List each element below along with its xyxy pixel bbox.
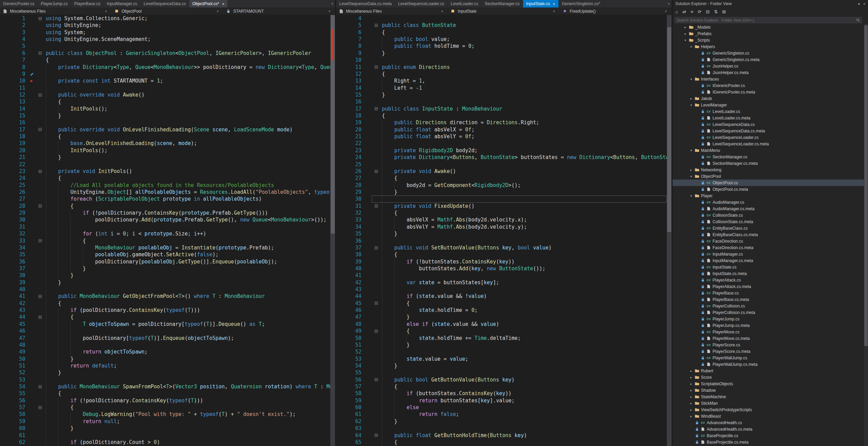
code-line[interactable]: 26 private void Awake() bbox=[336, 168, 667, 175]
code-line[interactable]: 56 if (!poolDictionary.ContainsKey(typeo… bbox=[0, 397, 330, 404]
scrollbar-left[interactable] bbox=[330, 15, 335, 446]
code-line[interactable]: 6public class ObjectPool : GenericSingle… bbox=[0, 50, 330, 57]
code-line[interactable]: 12 public override void Awake() bbox=[0, 91, 330, 98]
tree-file-jsonhelper-cs[interactable]: C#JsonHelper.cs bbox=[673, 63, 868, 69]
fold-collapse-toggle[interactable] bbox=[36, 126, 44, 133]
code-line[interactable]: 8 private Dictionary<Type, Queue<MonoBeh… bbox=[0, 64, 330, 71]
code-line[interactable]: 30 poolDictionary.Add(prototype.Prefab.G… bbox=[0, 216, 330, 223]
code-line[interactable]: 59 return buttonStates[key].value; bbox=[336, 397, 667, 404]
tree-file-entitybaseclass-cs-meta[interactable]: EntityBaseClass.cs.meta bbox=[673, 231, 868, 238]
chevron-down-icon[interactable]: ▾ bbox=[553, 10, 557, 13]
tree-folder-stickman[interactable]: ▸StickMan bbox=[673, 400, 868, 406]
code-line[interactable]: 38 } bbox=[0, 272, 330, 279]
code-line[interactable]: 58 Debug.LogWarning("Pool with type: " +… bbox=[0, 411, 330, 418]
code-line[interactable]: 15 } bbox=[0, 112, 330, 119]
code-line[interactable]: 45 { bbox=[336, 300, 667, 307]
tab-sectionmanager-cs[interactable]: SectionManager.cs bbox=[482, 0, 523, 8]
tree-file-playerjump-cs[interactable]: C#PlayerJump.cs bbox=[673, 316, 868, 322]
tree-folder-jakob[interactable]: ▸Jakob bbox=[673, 95, 868, 102]
code-line[interactable]: 52 } bbox=[0, 369, 330, 376]
code-line[interactable]: 3using System; bbox=[0, 29, 330, 36]
close-icon[interactable]: × bbox=[863, 2, 865, 6]
fold-collapse-toggle[interactable] bbox=[36, 404, 44, 411]
chevron-down-icon[interactable]: ▾ bbox=[690, 45, 694, 48]
code-line[interactable]: 55 { bbox=[0, 390, 330, 397]
code-line[interactable]: 33 { bbox=[0, 238, 330, 244]
chevron-down-icon[interactable]: ▾ bbox=[858, 2, 860, 6]
chevron-right-icon[interactable]: ▸ bbox=[690, 168, 694, 172]
code-line[interactable]: 23 private void InitPools() bbox=[0, 168, 330, 175]
code-line[interactable]: 35 } bbox=[336, 230, 667, 237]
code-line[interactable]: 25 bbox=[336, 161, 667, 168]
tree-file-playerjump-cs-meta[interactable]: PlayerJump.cs.meta bbox=[673, 322, 868, 329]
chevron-right-icon[interactable]: ▸ bbox=[685, 26, 689, 29]
code-line[interactable]: 29 if (!poolDictionary.ContainsKey(proto… bbox=[0, 210, 330, 216]
tree-file-playerwalljump-cs-meta[interactable]: PlayerWallJump.cs.meta bbox=[673, 361, 868, 368]
fold-collapse-toggle[interactable] bbox=[372, 328, 381, 334]
code-line[interactable]: 56 public bool GetButtonValue(Buttons ke… bbox=[336, 376, 667, 383]
tree-file-baseprojectile-cs-meta[interactable]: BaseProjectile.cs.meta bbox=[673, 439, 868, 445]
chevron-right-icon[interactable]: ▸ bbox=[690, 369, 694, 373]
search-input[interactable] bbox=[675, 17, 862, 23]
tree-folder-shadow[interactable]: ▸Shadow bbox=[673, 387, 868, 393]
tree-file-playermove-cs[interactable]: C#PlayerMove.cs bbox=[673, 329, 868, 335]
code-line[interactable]: 62 if (poolDictionary.Count > 0) bbox=[0, 439, 330, 446]
code-line[interactable]: 6{ bbox=[336, 29, 667, 36]
code-line[interactable]: 22 bbox=[0, 161, 330, 168]
chevron-down-icon[interactable]: ▾ bbox=[329, 10, 333, 13]
fold-collapse-toggle[interactable] bbox=[36, 314, 44, 320]
switch-view-icon[interactable]: ⇄ bbox=[683, 9, 686, 14]
fold-collapse-toggle[interactable] bbox=[372, 64, 381, 71]
chevron-right-icon[interactable]: ▸ bbox=[690, 97, 694, 100]
code-line[interactable]: 11 bbox=[0, 85, 330, 91]
tree-folder-mainmenu[interactable]: ▾MainMenu bbox=[673, 147, 868, 154]
tree-file-sectionmanager-cs-meta[interactable]: SectionManager.cs.meta bbox=[673, 160, 868, 167]
tab-levelsequencedata-cs[interactable]: LevelSequenceData.cs bbox=[141, 0, 189, 8]
tree-file-sectionmanager-cs[interactable]: C#SectionManager.cs bbox=[673, 154, 868, 160]
tab-levelsequenceloader-cs[interactable]: LevelSequenceLoader.cs bbox=[395, 0, 447, 8]
tree-file-entitybaseclass-cs[interactable]: C#EntityBaseClass.cs bbox=[673, 225, 868, 231]
tree-folder-windbeast[interactable]: ▸WindBeast bbox=[673, 413, 868, 419]
code-line[interactable]: 16 bbox=[336, 98, 667, 105]
fold-collapse-toggle[interactable] bbox=[36, 238, 44, 244]
code-line[interactable]: 48 else if (state.value && value) bbox=[336, 321, 667, 328]
code-editor-right[interactable]: 45public class ButtonState6{7 public boo… bbox=[336, 15, 672, 446]
chevron-right-icon[interactable]: ▸ bbox=[690, 415, 694, 418]
tree-file-levelsequencedata-cs-meta[interactable]: LevelSequenceData.cs.meta bbox=[673, 128, 868, 134]
code-line[interactable]: 28 { bbox=[0, 203, 330, 210]
tab-overflow-icon[interactable]: ▾ bbox=[668, 2, 670, 5]
chevron-down-icon[interactable]: ▾ bbox=[690, 194, 694, 198]
tree-file-playerbase-cs-meta[interactable]: PlayerBase.cs.meta bbox=[673, 296, 868, 303]
tree-file-genericsingleton-cs-meta[interactable]: GenericSingleton.cs.meta bbox=[673, 56, 868, 63]
code-line[interactable]: 62 } bbox=[336, 418, 667, 425]
code-line[interactable]: 44 if (state.value && !value) bbox=[336, 293, 667, 300]
close-icon[interactable]: × bbox=[553, 2, 555, 6]
tab-overflow-icon[interactable]: ▾ bbox=[331, 2, 333, 5]
code-line[interactable]: 47 } bbox=[336, 314, 667, 320]
code-line[interactable]: 32 for (int i = 0; i < prototype.Size; i… bbox=[0, 230, 330, 237]
code-line[interactable]: 13 Right = 1, bbox=[336, 77, 667, 84]
code-line[interactable]: 37 } bbox=[0, 265, 330, 272]
tree-file-levelloader-cs-meta[interactable]: LevelLoader.cs.meta bbox=[673, 115, 868, 121]
code-line[interactable]: 14 InitPools(); bbox=[0, 105, 330, 112]
chevron-down-icon[interactable]: ▾ bbox=[690, 103, 694, 107]
tree-file-genericsingleton-cs[interactable]: C#GenericSingleton.cs bbox=[673, 50, 868, 56]
code-line[interactable]: 41 bbox=[336, 272, 667, 279]
properties-icon[interactable]: ⊞ bbox=[722, 9, 726, 14]
code-line[interactable]: 27 foreach (ScriptablePoolObject prototy… bbox=[0, 196, 330, 202]
tree-file-levelloader-cs[interactable]: C#LevelLoader.cs bbox=[673, 108, 868, 115]
fold-collapse-toggle[interactable] bbox=[372, 168, 381, 175]
tree-file-playercollision-cs-meta[interactable]: PlayerCollision.cs.meta bbox=[673, 309, 868, 316]
code-line[interactable]: 35 poolableObj.gameObject.SetActive(fals… bbox=[0, 251, 330, 258]
tree-file-playermove-cs-meta[interactable]: PlayerMove.cs.meta bbox=[673, 335, 868, 342]
code-line[interactable]: 5public class ButtonState bbox=[336, 22, 667, 29]
code-line[interactable]: 1using System.Collections.Generic; bbox=[0, 15, 330, 22]
tree-file-playerattack-cs-meta[interactable]: PlayerAttack.cs.meta bbox=[673, 283, 868, 290]
code-line[interactable]: 2using UnityEngine; bbox=[0, 22, 330, 29]
code-line[interactable]: 14 Left = -1 bbox=[336, 85, 667, 91]
chevron-right-icon[interactable]: ▸ bbox=[690, 395, 694, 399]
code-line[interactable]: 9 bbox=[0, 71, 330, 77]
code-line[interactable]: 48 bbox=[0, 342, 330, 348]
chevron-right-icon[interactable]: ▸ bbox=[690, 408, 694, 412]
tree-file-playerscore-cs[interactable]: C#PlayerScore.cs bbox=[673, 342, 868, 348]
